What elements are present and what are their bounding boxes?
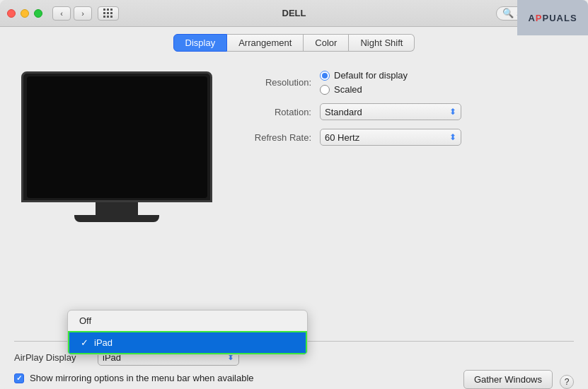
- tab-display[interactable]: Display: [173, 34, 228, 52]
- mirroring-label: Show mirroring options in the menu bar w…: [30, 373, 254, 383]
- rotation-value: Standard: [325, 107, 362, 117]
- rotation-label: Rotation:: [234, 107, 311, 117]
- back-button[interactable]: ‹: [52, 6, 71, 21]
- monitor-screen: [27, 76, 207, 198]
- refresh-row: Refresh Rate: 60 Hertz ⬍: [234, 129, 574, 146]
- tabs-bar: Display Arrangement Color Night Shift: [0, 27, 588, 56]
- mirroring-checkbox[interactable]: ✓: [14, 373, 24, 383]
- titlebar: ‹ › DELL 🔍 APPUALS: [0, 0, 588, 27]
- bottom-area: Off ✓ iPad AirPlay Display iPad ⬍ ✓ Show…: [0, 337, 588, 389]
- ipad-label: iPad: [94, 337, 113, 348]
- tab-night-shift[interactable]: Night Shift: [349, 34, 415, 52]
- watermark-logo: APPUALS: [517, 0, 588, 35]
- grid-button[interactable]: [98, 6, 119, 21]
- window: ‹ › DELL 🔍 APPUALS Display Arrangement C…: [0, 0, 588, 389]
- rotation-select[interactable]: Standard ⬍: [320, 103, 461, 120]
- dropdown-ipad-item[interactable]: ✓ iPad: [68, 331, 307, 354]
- refresh-value: 60 Hertz: [325, 132, 359, 143]
- resolution-scaled-label: Scaled: [334, 84, 362, 95]
- traffic-lights: [7, 9, 42, 18]
- refresh-chevron-icon: ⬍: [449, 132, 456, 142]
- monitor-outer: [21, 71, 212, 202]
- off-label: Off: [79, 315, 91, 326]
- search-icon: 🔍: [502, 8, 514, 18]
- close-button[interactable]: [7, 9, 16, 18]
- monitor-stand-top: [96, 202, 138, 215]
- main-content: Resolution: Default for display Scaled: [0, 56, 588, 337]
- resolution-options: Default for display Scaled: [320, 70, 408, 95]
- monitor-stand-base: [74, 215, 159, 222]
- forward-button[interactable]: ›: [74, 6, 92, 21]
- window-title: DELL: [282, 8, 306, 18]
- gather-windows-button[interactable]: Gather Windows: [463, 370, 553, 389]
- resolution-default-option[interactable]: Default for display: [320, 70, 408, 81]
- minimize-button[interactable]: [21, 9, 29, 18]
- airplay-dropdown-menu[interactable]: Off ✓ iPad: [67, 310, 308, 355]
- checkbox-checkmark-icon: ✓: [16, 374, 22, 382]
- maximize-button[interactable]: [34, 9, 42, 18]
- nav-buttons: ‹ ›: [52, 6, 119, 21]
- resolution-scaled-option[interactable]: Scaled: [320, 84, 408, 95]
- radio-default[interactable]: [320, 71, 330, 81]
- rotation-chevron-icon: ⬍: [449, 107, 456, 117]
- resolution-label: Resolution:: [234, 77, 311, 88]
- resolution-row: Resolution: Default for display Scaled: [234, 70, 574, 95]
- help-button[interactable]: ?: [560, 375, 574, 389]
- radio-scaled[interactable]: [320, 85, 330, 95]
- resolution-default-label: Default for display: [334, 70, 408, 81]
- checkmark-icon: ✓: [81, 337, 88, 348]
- tab-color[interactable]: Color: [304, 34, 349, 52]
- settings-panel: Resolution: Default for display Scaled: [234, 64, 574, 328]
- refresh-select[interactable]: 60 Hertz ⬍: [320, 129, 461, 146]
- tab-arrangement[interactable]: Arrangement: [227, 34, 304, 52]
- refresh-label: Refresh Rate:: [234, 132, 311, 143]
- display-preview: [14, 64, 219, 328]
- dropdown-off-item[interactable]: Off: [68, 310, 307, 331]
- rotation-row: Rotation: Standard ⬍: [234, 103, 574, 120]
